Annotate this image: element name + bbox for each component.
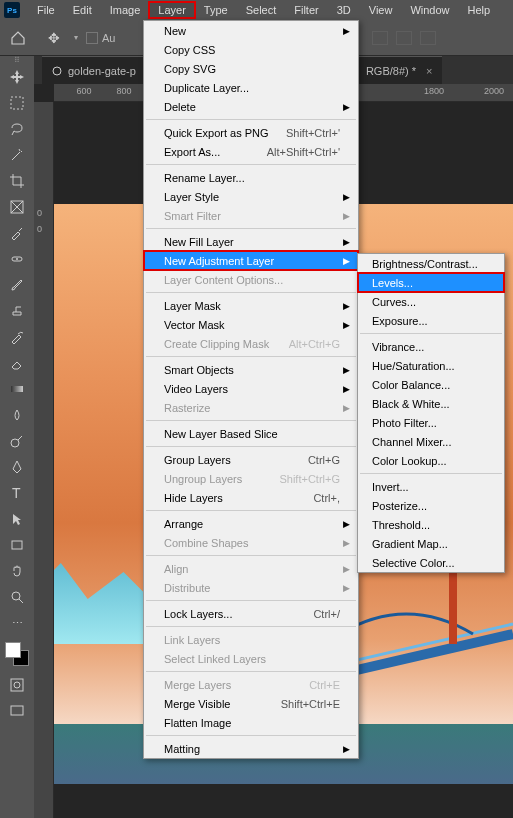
submenu-arrow-icon: ▶ (343, 102, 350, 112)
menu-item-new-layer-based-slice[interactable]: New Layer Based Slice (144, 424, 358, 443)
more-tools-icon[interactable]: ⋯ (0, 610, 34, 636)
submenu-item-posterize[interactable]: Posterize... (358, 496, 504, 515)
quick-mask-toggle[interactable] (0, 672, 34, 698)
dodge-tool[interactable] (0, 428, 34, 454)
eyedropper-tool[interactable] (0, 220, 34, 246)
chevron-down-icon[interactable]: ▾ (74, 33, 78, 42)
brush-tool[interactable] (0, 272, 34, 298)
menu-item-rename-layer[interactable]: Rename Layer... (144, 168, 358, 187)
menu-view[interactable]: View (360, 2, 402, 18)
blur-tool[interactable] (0, 402, 34, 428)
submenu-item-color-lookup[interactable]: Color Lookup... (358, 451, 504, 470)
align-icon[interactable] (396, 31, 412, 45)
rectangle-tool[interactable] (0, 532, 34, 558)
screen-mode-toggle[interactable] (0, 698, 34, 724)
menu-item-copy-svg[interactable]: Copy SVG (144, 59, 358, 78)
home-icon[interactable] (6, 26, 30, 50)
document-tab[interactable]: golden-gate-p (42, 56, 146, 84)
menu-edit[interactable]: Edit (64, 2, 101, 18)
menu-item-ungroup-layers: Ungroup LayersShift+Ctrl+G (144, 469, 358, 488)
submenu-item-exposure[interactable]: Exposure... (358, 311, 504, 330)
submenu-item-color-balance[interactable]: Color Balance... (358, 375, 504, 394)
color-swatches[interactable] (5, 642, 29, 666)
zoom-tool[interactable] (0, 584, 34, 610)
menu-item-label: Quick Export as PNG (164, 127, 269, 139)
submenu-item-invert[interactable]: Invert... (358, 477, 504, 496)
menu-item-lock-layers[interactable]: Lock Layers...Ctrl+/ (144, 604, 358, 623)
submenu-item-black-white[interactable]: Black & White... (358, 394, 504, 413)
magic-wand-tool[interactable] (0, 142, 34, 168)
hand-tool[interactable] (0, 558, 34, 584)
submenu-item-hue-saturation[interactable]: Hue/Saturation... (358, 356, 504, 375)
healing-brush-tool[interactable] (0, 246, 34, 272)
submenu-item-threshold[interactable]: Threshold... (358, 515, 504, 534)
submenu-item-selective-color[interactable]: Selective Color... (358, 553, 504, 572)
menu-item-new-adjustment-layer[interactable]: New Adjustment Layer▶ (144, 251, 358, 270)
eraser-tool[interactable] (0, 350, 34, 376)
submenu-item-brightness-contrast[interactable]: Brightness/Contrast... (358, 254, 504, 273)
lasso-tool[interactable] (0, 116, 34, 142)
submenu-arrow-icon: ▶ (343, 256, 350, 266)
vertical-ruler[interactable]: 0 0 (34, 102, 54, 818)
toolbar-grip[interactable]: ⠿ (0, 56, 34, 64)
menu-help[interactable]: Help (459, 2, 500, 18)
menu-item-matting[interactable]: Matting▶ (144, 739, 358, 758)
menu-item-quick-export-as-png[interactable]: Quick Export as PNGShift+Ctrl+' (144, 123, 358, 142)
menu-item-merge-visible[interactable]: Merge VisibleShift+Ctrl+E (144, 694, 358, 713)
type-tool[interactable]: T (0, 480, 34, 506)
submenu-item-channel-mixer[interactable]: Channel Mixer... (358, 432, 504, 451)
menu-item-duplicate-layer[interactable]: Duplicate Layer... (144, 78, 358, 97)
pen-tool[interactable] (0, 454, 34, 480)
auto-select-checkbox[interactable] (86, 32, 98, 44)
menu-3d[interactable]: 3D (328, 2, 360, 18)
menu-item-new-fill-layer[interactable]: New Fill Layer▶ (144, 232, 358, 251)
menu-item-label: Arrange (164, 518, 203, 530)
menu-file[interactable]: File (28, 2, 64, 18)
submenu-item-levels[interactable]: Levels... (358, 273, 504, 292)
menu-item-copy-css[interactable]: Copy CSS (144, 40, 358, 59)
menu-item-layer-mask[interactable]: Layer Mask▶ (144, 296, 358, 315)
align-icon[interactable] (372, 31, 388, 45)
submenu-arrow-icon: ▶ (343, 192, 350, 202)
submenu-item-curves[interactable]: Curves... (358, 292, 504, 311)
menu-item-hide-layers[interactable]: Hide LayersCtrl+, (144, 488, 358, 507)
menu-window[interactable]: Window (401, 2, 458, 18)
svg-text:T: T (12, 485, 21, 501)
menu-item-arrange[interactable]: Arrange▶ (144, 514, 358, 533)
menu-item-label: Copy SVG (164, 63, 216, 75)
foreground-color-swatch[interactable] (5, 642, 21, 658)
menu-select[interactable]: Select (237, 2, 286, 18)
menu-filter[interactable]: Filter (285, 2, 327, 18)
menu-item-flatten-image[interactable]: Flatten Image (144, 713, 358, 732)
history-brush-tool[interactable] (0, 324, 34, 350)
gradient-tool[interactable] (0, 376, 34, 402)
menu-item-label: Layer Style (164, 191, 219, 203)
menu-type[interactable]: Type (195, 2, 237, 18)
document-tab[interactable]: RGB/8#) * × (356, 56, 443, 84)
move-tool[interactable] (0, 64, 34, 90)
path-selection-tool[interactable] (0, 506, 34, 532)
submenu-item-photo-filter[interactable]: Photo Filter... (358, 413, 504, 432)
submenu-arrow-icon: ▶ (343, 403, 350, 413)
submenu-item-gradient-map[interactable]: Gradient Map... (358, 534, 504, 553)
move-tool-icon[interactable]: ✥ (44, 28, 64, 48)
clone-stamp-tool[interactable] (0, 298, 34, 324)
menu-item-new[interactable]: New▶ (144, 21, 358, 40)
menu-item-export-as[interactable]: Export As...Alt+Shift+Ctrl+' (144, 142, 358, 161)
menu-item-distribute: Distribute▶ (144, 578, 358, 597)
menu-item-group-layers[interactable]: Group LayersCtrl+G (144, 450, 358, 469)
menu-layer[interactable]: Layer (149, 2, 195, 18)
crop-tool[interactable] (0, 168, 34, 194)
marquee-tool[interactable] (0, 90, 34, 116)
align-icon[interactable] (420, 31, 436, 45)
frame-tool[interactable] (0, 194, 34, 220)
submenu-arrow-icon: ▶ (343, 237, 350, 247)
menu-item-delete[interactable]: Delete▶ (144, 97, 358, 116)
menu-item-vector-mask[interactable]: Vector Mask▶ (144, 315, 358, 334)
close-icon[interactable]: × (426, 65, 432, 77)
menu-item-smart-objects[interactable]: Smart Objects▶ (144, 360, 358, 379)
menu-image[interactable]: Image (101, 2, 150, 18)
submenu-item-vibrance[interactable]: Vibrance... (358, 337, 504, 356)
menu-item-video-layers[interactable]: Video Layers▶ (144, 379, 358, 398)
menu-item-layer-style[interactable]: Layer Style▶ (144, 187, 358, 206)
